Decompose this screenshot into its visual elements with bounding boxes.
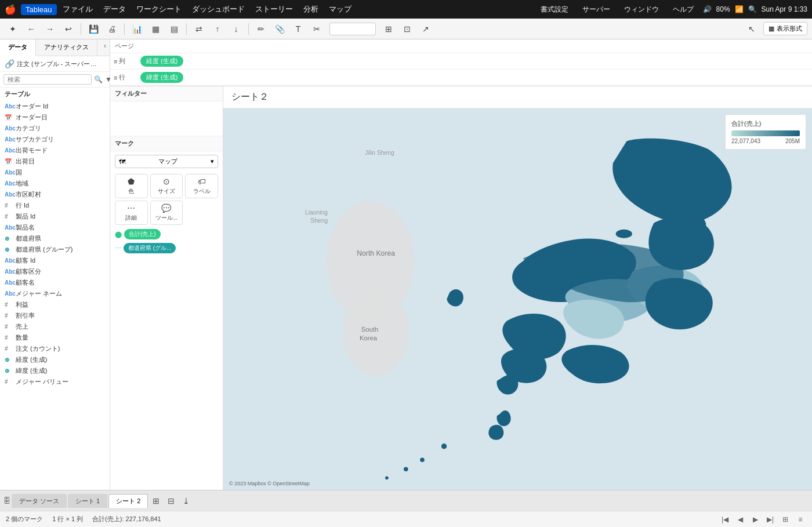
toolbar-text[interactable]: T xyxy=(290,21,306,37)
tab-sheet2[interactable]: シート 2 xyxy=(108,494,148,508)
marks-label-btn[interactable]: 🏷 ラベル xyxy=(185,174,218,198)
toolbar-data[interactable]: ▤ xyxy=(166,21,182,37)
menu-server[interactable]: サーバー xyxy=(578,3,615,16)
field-item[interactable]: #メジャー バリュー xyxy=(0,376,110,387)
toolbar-table[interactable]: ⊞ xyxy=(380,21,397,37)
marks-detail-btn[interactable]: ⋯ 詳細 xyxy=(115,201,148,225)
toolbar-select[interactable]: ✂ xyxy=(309,21,325,37)
nav-grid[interactable]: ⊞ xyxy=(780,514,791,525)
nav-first[interactable]: |◀ xyxy=(719,514,731,525)
legend-gradient xyxy=(731,130,800,136)
toolbar-swap[interactable]: ⇄ xyxy=(191,21,207,37)
marks-tooltip-btn[interactable]: 💬 ツール... xyxy=(150,201,183,225)
add-sheet-btn[interactable]: ⊞ xyxy=(149,494,163,508)
field-item[interactable]: Abc製品名 xyxy=(0,222,110,233)
field-item[interactable]: Abcカテゴリ xyxy=(0,123,110,134)
apple-icon[interactable]: 🍎 xyxy=(5,4,16,15)
marks-color-btn[interactable]: ⬟ 色 xyxy=(115,174,148,198)
search-input[interactable] xyxy=(3,74,92,85)
field-item[interactable]: #数量 xyxy=(0,332,110,343)
tab-data[interactable]: データ xyxy=(0,39,36,56)
field-item[interactable]: #売上 xyxy=(0,321,110,332)
menu-file[interactable]: ファイル xyxy=(58,3,97,16)
field-item[interactable]: Abcサブカテゴリ xyxy=(0,134,110,145)
field-item[interactable]: Abc顧客 Id xyxy=(0,255,110,266)
tab-sheet1[interactable]: シート 1 xyxy=(68,494,107,508)
toolbar-bar[interactable]: ▦ xyxy=(147,21,164,37)
toolbar-sort-desc[interactable]: ↓ xyxy=(228,21,244,37)
field-item[interactable]: Abc顧客名 xyxy=(0,277,110,288)
nav-prev[interactable]: ◀ xyxy=(734,514,746,525)
field-item[interactable]: Abc顧客区分 xyxy=(0,266,110,277)
field-item[interactable]: Abc出荷モード xyxy=(0,145,110,156)
toolbar-undo[interactable]: ↩ xyxy=(60,21,77,37)
marks-type-dropdown[interactable]: 🗺 マップ ▾ xyxy=(115,155,218,168)
marks-size-btn[interactable]: ⊙ サイズ xyxy=(150,174,183,198)
toolbar-clip[interactable]: 📎 xyxy=(271,21,288,37)
field-item[interactable]: #行 Id xyxy=(0,200,110,211)
field-item[interactable]: Abc国 xyxy=(0,167,110,178)
nav-next[interactable]: ▶ xyxy=(749,514,761,525)
field-item[interactable]: Abc市区町村 xyxy=(0,189,110,200)
toolbar-print[interactable]: 🖨 xyxy=(104,21,120,37)
menu-map[interactable]: マップ xyxy=(324,3,356,16)
marks-pill-sales[interactable]: 合計(売上) xyxy=(124,229,161,239)
field-item[interactable]: 📅出荷日 xyxy=(0,156,110,167)
tab-analytics[interactable]: アナリティクス xyxy=(36,39,97,56)
rows-shelf: ≡ 行 緯度 (生成) xyxy=(110,70,812,86)
row-pill[interactable]: 緯度 (生成) xyxy=(140,72,183,83)
field-item[interactable]: #製品 Id xyxy=(0,211,110,222)
menu-window[interactable]: ウィンドウ xyxy=(619,3,664,16)
svg-point-15 xyxy=(679,143,684,148)
toolbar-chart[interactable]: 📊 xyxy=(129,21,145,37)
format-label: 表示形式 xyxy=(777,24,802,33)
field-item[interactable]: ⊕経度 (生成) xyxy=(0,354,110,365)
field-item[interactable]: Abcメジャー ネーム xyxy=(0,288,110,299)
datasource-name[interactable]: 注文 (サンプル - スーパー… xyxy=(17,60,97,68)
field-item[interactable]: #割引率 xyxy=(0,310,110,321)
toolbar-fit[interactable]: ⊡ xyxy=(399,21,415,37)
field-item[interactable]: #利益 xyxy=(0,299,110,310)
marks-count: 2 個のマーク xyxy=(6,515,43,524)
menu-story[interactable]: ストーリー xyxy=(251,3,298,16)
toolbar-pointer[interactable]: ↖ xyxy=(744,21,760,37)
toolbar-share[interactable]: ↗ xyxy=(418,21,434,37)
toolbar-dropdown[interactable] xyxy=(329,23,376,35)
toolbar-pen[interactable]: ✏ xyxy=(253,21,269,37)
toolbar-new[interactable]: ✦ xyxy=(5,21,21,37)
menu-analysis[interactable]: 分析 xyxy=(299,3,323,16)
field-item[interactable]: ⊕緯度 (生成) xyxy=(0,365,110,376)
tab-datasource[interactable]: データ ソース xyxy=(12,494,67,508)
menu-dashboard[interactable]: ダッシュボード xyxy=(187,3,249,16)
menu-format[interactable]: 書式設定 xyxy=(536,3,573,16)
field-item[interactable]: 📅オーダー日 xyxy=(0,112,110,123)
nav-last[interactable]: ▶| xyxy=(764,514,776,525)
toolbar-save[interactable]: 💾 xyxy=(85,21,102,37)
panel-collapse-btn[interactable]: ‹ xyxy=(100,39,110,56)
svg-text:Sheng: Sheng xyxy=(310,217,328,224)
menu-tableau[interactable]: Tableau xyxy=(21,4,57,15)
filters-area[interactable] xyxy=(110,101,223,136)
menu-worksheet[interactable]: ワークシート xyxy=(132,3,186,16)
field-item[interactable]: ⊕都道府県 xyxy=(0,233,110,244)
menu-help[interactable]: ヘルプ xyxy=(668,3,698,16)
duplicate-sheet-btn[interactable]: ⊟ xyxy=(164,494,178,508)
field-item[interactable]: #注文 (カウント) xyxy=(0,343,110,354)
toolbar-sort-asc[interactable]: ↑ xyxy=(209,21,226,37)
export-sheet-btn[interactable]: ⤓ xyxy=(179,494,193,508)
marks-type-icon: 🗺 xyxy=(119,158,125,165)
search-menu-icon[interactable]: 🔍 xyxy=(748,5,757,13)
map-canvas[interactable]: North Korea South Korea Liaoning Sheng J… xyxy=(223,108,812,490)
toolbar-forward[interactable]: → xyxy=(42,21,58,37)
nav-list[interactable]: ≡ xyxy=(795,514,806,525)
menu-data[interactable]: データ xyxy=(99,3,130,16)
svg-point-11 xyxy=(404,467,408,472)
field-item[interactable]: Abcオーダー Id xyxy=(0,101,110,112)
field-item[interactable]: ⊕都道府県 (グループ) xyxy=(0,244,110,255)
field-item[interactable]: Abc地域 xyxy=(0,178,110,189)
format-button[interactable]: ▦ 表示形式 xyxy=(763,22,807,35)
col-pill[interactable]: 経度 (生成) xyxy=(140,56,183,67)
toolbar-back[interactable]: ← xyxy=(23,21,39,37)
columns-shelf: ≡ 列 経度 (生成) xyxy=(110,53,812,70)
marks-pill-prefecture[interactable]: 都道府県 (グル... xyxy=(124,243,176,253)
